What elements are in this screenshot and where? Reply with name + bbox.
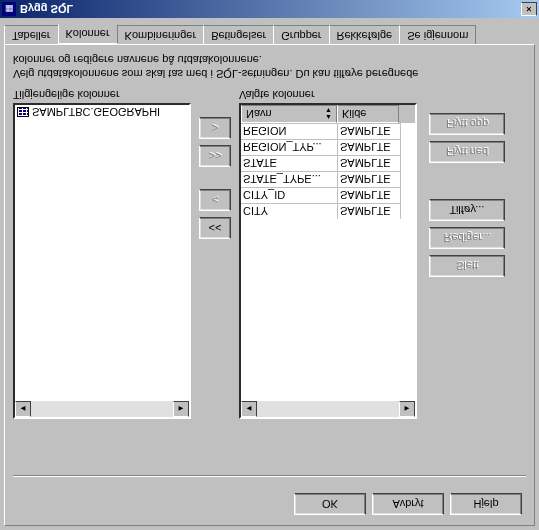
scroll-track[interactable] [257, 401, 399, 417]
header-kilde[interactable]: Kilde [337, 105, 399, 123]
selected-label: Valgte kolonner [239, 89, 417, 101]
tab-kolonner[interactable]: Kolonner [58, 24, 118, 44]
instruction-line1: Velg utdatakolonnene som skal tas med i … [13, 67, 526, 81]
table-icon [17, 107, 29, 117]
selected-grid[interactable]: Navn ▲▼ Kilde REGION SAMPLTE REGION_ [239, 103, 417, 419]
available-label: Tilgjengelige kolonner [13, 89, 191, 101]
tab-betingelser[interactable]: Betingelser [203, 25, 274, 45]
add-all-button[interactable]: >> [199, 145, 231, 167]
grid-header: Navn ▲▼ Kilde [241, 105, 415, 123]
scroll-left-icon[interactable]: ◄ [241, 401, 257, 417]
cancel-button[interactable]: Avbryt [372, 493, 444, 515]
cell-navn: CITY [241, 203, 338, 219]
cell-kilde: SAMPLTE [338, 203, 401, 219]
hscrollbar[interactable]: ◄ ► [241, 401, 415, 417]
instruction-line2: kolonner og redigere navnene på utdatako… [13, 53, 526, 67]
cell-kilde: SAMPLTE [338, 139, 401, 155]
transfer-buttons: > >> < << [195, 89, 235, 419]
window-title: Bygg SQL [20, 3, 519, 15]
scroll-right-icon[interactable]: ► [399, 401, 415, 417]
move-up-button[interactable]: Flytt opp [429, 113, 505, 135]
available-listbox[interactable]: SAMPLTBC.GEOGRAPHI ◄ ► [13, 103, 191, 419]
instruction-text: Velg utdatakolonnene som skal tas med i … [13, 53, 526, 81]
scroll-left-icon[interactable]: ◄ [15, 401, 31, 417]
cell-kilde: SAMPLTE [338, 155, 401, 171]
cell-kilde: SAMPLTE [338, 187, 401, 203]
cell-navn: STATE [241, 155, 338, 171]
separator [13, 475, 526, 477]
scroll-track[interactable] [31, 401, 173, 417]
title-bar: ▦ Bygg SQL × [0, 0, 539, 18]
grid-body: REGION SAMPLTE REGION_TYP... SAMPLTE STA… [241, 123, 415, 219]
cell-navn: REGION_TYP... [241, 139, 338, 155]
list-item[interactable]: SAMPLTBC.GEOGRAPHI [15, 105, 189, 119]
help-button[interactable]: Hjelp [450, 493, 522, 515]
tab-rekkefolge[interactable]: Rekkefølge [329, 25, 401, 45]
edit-button[interactable]: Rediger... [429, 227, 505, 249]
tab-panel: Velg utdatakolonnene som skal tas med i … [4, 44, 535, 526]
scroll-right-icon[interactable]: ► [173, 401, 189, 417]
table-row[interactable]: REGION SAMPLTE [241, 123, 415, 139]
cell-navn: STATE_TYPE... [241, 171, 338, 187]
tab-grupper[interactable]: Grupper [273, 25, 329, 45]
cell-navn: REGION [241, 123, 338, 139]
hscrollbar[interactable]: ◄ ► [15, 401, 189, 417]
ok-button[interactable]: OK [294, 493, 366, 515]
tab-tabeller[interactable]: Tabeller [4, 25, 59, 45]
delete-button[interactable]: Slett [429, 255, 505, 277]
table-row[interactable]: STATE SAMPLTE [241, 155, 415, 171]
table-row[interactable]: CITY SAMPLTE [241, 203, 415, 219]
list-item-text: SAMPLTBC.GEOGRAPHI [32, 106, 160, 118]
cell-kilde: SAMPLTE [338, 171, 401, 187]
table-row[interactable]: STATE_TYPE... SAMPLTE [241, 171, 415, 187]
header-navn-text: Navn [246, 108, 272, 120]
add-calc-button[interactable]: Tilføy... [429, 199, 505, 221]
tab-bar: Tabeller Kolonner Kombineringer Betingel… [4, 24, 535, 44]
move-down-button[interactable]: Flytt ned [429, 141, 505, 163]
cell-kilde: SAMPLTE [338, 123, 401, 139]
add-button[interactable]: > [199, 117, 231, 139]
side-buttons: Flytt opp Flytt ned Tilføy... Rediger...… [421, 89, 511, 419]
tab-se-igjennom[interactable]: Se igjennom [399, 25, 476, 45]
app-icon: ▦ [2, 2, 16, 16]
footer-buttons: OK Avbryt Hjelp [294, 493, 522, 515]
remove-all-button[interactable]: << [199, 217, 231, 239]
cell-navn: CITY_ID [241, 187, 338, 203]
tab-kombineringer[interactable]: Kombineringer [117, 25, 205, 45]
table-row[interactable]: REGION_TYP... SAMPLTE [241, 139, 415, 155]
table-row[interactable]: CITY_ID SAMPLTE [241, 187, 415, 203]
close-button[interactable]: × [521, 2, 537, 16]
header-navn[interactable]: Navn ▲▼ [241, 105, 337, 123]
sort-icon: ▲▼ [325, 107, 332, 121]
remove-button[interactable]: < [199, 189, 231, 211]
